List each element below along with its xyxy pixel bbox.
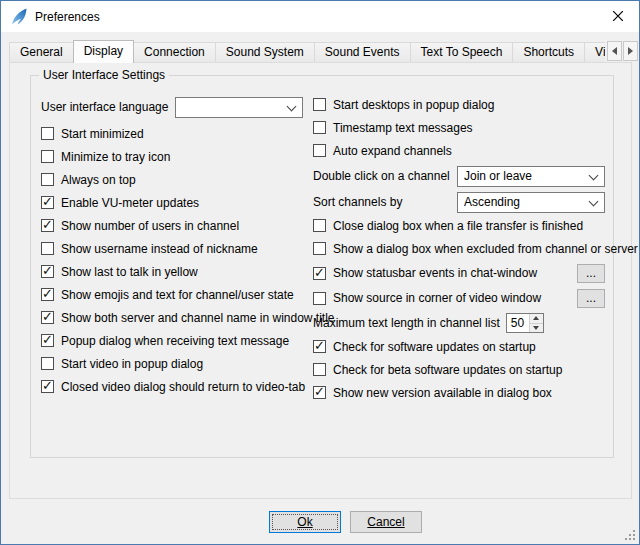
spin-up-button[interactable] bbox=[530, 314, 543, 324]
chevron-down-icon bbox=[287, 103, 296, 112]
checkbox-icon bbox=[313, 267, 326, 280]
checkbox-icon bbox=[41, 288, 54, 301]
statusbar-events-browse-button[interactable]: ... bbox=[577, 264, 605, 283]
checkbox-auto-expand-channels[interactable]: Auto expand channels bbox=[313, 142, 605, 159]
checkbox-label: Show source in corner of video window bbox=[333, 291, 541, 305]
close-button[interactable] bbox=[597, 1, 639, 32]
sort-channels-value: Ascending bbox=[464, 195, 520, 209]
checkbox-excluded-dialog[interactable]: Show a dialog box when excluded from cha… bbox=[313, 240, 605, 257]
checkbox-label: Show number of users in channel bbox=[61, 219, 239, 233]
double-click-combobox[interactable]: Join or leave bbox=[457, 166, 605, 187]
titlebar[interactable]: Preferences bbox=[1, 1, 639, 32]
tab-general[interactable]: General bbox=[9, 42, 74, 62]
video-source-browse-button[interactable]: ... bbox=[577, 289, 605, 308]
checkbox-icon bbox=[41, 357, 54, 370]
checkbox-popup-text-message[interactable]: Popup dialog when receiving text message bbox=[41, 332, 303, 349]
checkbox-video-popup[interactable]: Start video in popup dialog bbox=[41, 355, 303, 372]
sort-channels-combobox[interactable]: Ascending bbox=[457, 192, 605, 213]
chevron-down-icon bbox=[589, 198, 598, 207]
double-click-row: Double click on a channel Join or leave bbox=[313, 165, 605, 187]
checkbox-label: Show statusbar events in chat-window bbox=[333, 266, 537, 280]
window-title: Preferences bbox=[35, 10, 100, 24]
checkbox-icon bbox=[313, 219, 326, 232]
spin-down-button[interactable] bbox=[530, 324, 543, 333]
max-text-length-row: Maximum text length in channel list 50 bbox=[313, 313, 605, 333]
checkbox-desktops-popup[interactable]: Start desktops in popup dialog bbox=[313, 96, 605, 113]
arrow-down-icon bbox=[533, 326, 539, 330]
checkbox-label: Start video in popup dialog bbox=[61, 357, 203, 371]
tab-bar: General Display Connection Sound System … bbox=[9, 40, 639, 62]
left-column: User interface language Start minimized … bbox=[41, 96, 303, 401]
checkbox-server-channel-title[interactable]: Show both server and channel name in win… bbox=[41, 309, 303, 326]
checkbox-icon bbox=[41, 173, 54, 186]
tab-scroll-left-button[interactable] bbox=[607, 41, 622, 61]
spinner-buttons bbox=[529, 314, 543, 332]
sort-channels-label: Sort channels by bbox=[313, 195, 402, 209]
tab-scroll-right-button[interactable] bbox=[623, 41, 638, 61]
checkbox-label: Show new version available in dialog box bbox=[333, 386, 552, 400]
checkbox-label: Check for beta software updates on start… bbox=[333, 363, 562, 377]
cancel-button[interactable]: Cancel bbox=[350, 511, 422, 533]
checkbox-video-source-corner[interactable]: Show source in corner of video window ..… bbox=[313, 288, 605, 308]
tab-sound-system[interactable]: Sound System bbox=[215, 42, 315, 62]
checkbox-icon bbox=[313, 121, 326, 134]
checkbox-label: Closed video dialog should return to vid… bbox=[61, 380, 305, 394]
checkbox-last-talk-yellow[interactable]: Show last to talk in yellow bbox=[41, 263, 303, 280]
ui-settings-group: User Interface Settings User interface l… bbox=[30, 75, 614, 458]
checkbox-label: Popup dialog when receiving text message bbox=[61, 334, 289, 348]
checkbox-always-on-top[interactable]: Always on top bbox=[41, 171, 303, 188]
checkbox-vu-meter-updates[interactable]: Enable VU-meter updates bbox=[41, 194, 303, 211]
tab-sound-events[interactable]: Sound Events bbox=[314, 42, 411, 62]
spinner-value: 50 bbox=[507, 314, 529, 332]
checkbox-icon bbox=[41, 242, 54, 255]
resize-grip[interactable] bbox=[623, 528, 636, 541]
checkbox-label: Start minimized bbox=[61, 127, 144, 141]
arrow-left-icon bbox=[612, 47, 617, 55]
checkbox-icon bbox=[41, 380, 54, 393]
checkbox-video-return-tab[interactable]: Closed video dialog should return to vid… bbox=[41, 378, 303, 395]
double-click-value: Join or leave bbox=[464, 169, 532, 183]
tab-text-to-speech[interactable]: Text To Speech bbox=[410, 42, 514, 62]
checkbox-icon bbox=[41, 150, 54, 163]
checkbox-icon bbox=[313, 340, 326, 353]
right-column: Start desktops in popup dialog Timestamp… bbox=[313, 96, 605, 407]
ok-button-label: Ok bbox=[297, 515, 312, 529]
checkbox-icon bbox=[313, 292, 326, 305]
tab-connection[interactable]: Connection bbox=[133, 42, 216, 62]
checkbox-icon bbox=[41, 219, 54, 232]
checkbox-beta-updates[interactable]: Check for beta software updates on start… bbox=[313, 361, 605, 378]
checkbox-icon bbox=[313, 144, 326, 157]
language-label: User interface language bbox=[41, 100, 168, 114]
checkbox-label: Show a dialog box when excluded from cha… bbox=[333, 242, 638, 256]
checkbox-emoji-text-state[interactable]: Show emojis and text for channel/user st… bbox=[41, 286, 303, 303]
checkbox-label: Auto expand channels bbox=[333, 144, 452, 158]
ok-button[interactable]: Ok bbox=[269, 511, 341, 533]
double-click-label: Double click on a channel bbox=[313, 169, 450, 183]
checkbox-show-user-count[interactable]: Show number of users in channel bbox=[41, 217, 303, 234]
checkbox-software-updates[interactable]: Check for software updates on startup bbox=[313, 338, 605, 355]
max-text-length-label: Maximum text length in channel list bbox=[313, 316, 500, 330]
checkbox-icon bbox=[41, 311, 54, 324]
checkbox-show-username[interactable]: Show username instead of nickname bbox=[41, 240, 303, 257]
display-tab-panel: User Interface Settings User interface l… bbox=[9, 62, 632, 499]
checkbox-label: Show last to talk in yellow bbox=[61, 265, 198, 279]
preferences-window: Preferences General Display Connection S… bbox=[0, 0, 640, 545]
tab-display[interactable]: Display bbox=[73, 40, 134, 63]
language-combobox[interactable] bbox=[175, 97, 303, 118]
checkbox-timestamp-messages[interactable]: Timestamp text messages bbox=[313, 119, 605, 136]
checkbox-icon bbox=[313, 386, 326, 399]
checkbox-start-minimized[interactable]: Start minimized bbox=[41, 125, 303, 142]
checkbox-label: Always on top bbox=[61, 173, 136, 187]
app-icon bbox=[10, 8, 28, 26]
checkbox-new-version-dialog[interactable]: Show new version available in dialog box bbox=[313, 384, 605, 401]
checkbox-label: Check for software updates on startup bbox=[333, 340, 536, 354]
sort-channels-row: Sort channels by Ascending bbox=[313, 191, 605, 213]
checkbox-icon bbox=[313, 242, 326, 255]
checkbox-minimize-to-tray[interactable]: Minimize to tray icon bbox=[41, 148, 303, 165]
max-text-length-spinner[interactable]: 50 bbox=[506, 313, 544, 333]
arrow-right-icon bbox=[628, 47, 633, 55]
tab-shortcuts[interactable]: Shortcuts bbox=[512, 42, 585, 62]
checkbox-icon bbox=[41, 334, 54, 347]
checkbox-close-filetransfer-dialog[interactable]: Close dialog box when a file transfer is… bbox=[313, 217, 605, 234]
checkbox-statusbar-events[interactable]: Show statusbar events in chat-window ... bbox=[313, 263, 605, 283]
